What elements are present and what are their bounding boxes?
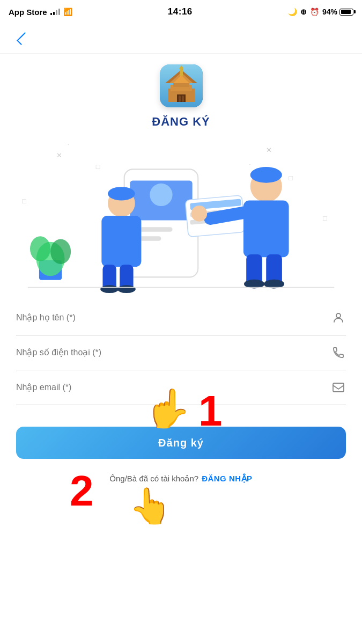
email-icon bbox=[331, 380, 346, 395]
status-time: 14:16 bbox=[168, 6, 193, 17]
svg-point-48 bbox=[50, 239, 71, 265]
svg-point-43 bbox=[100, 285, 119, 293]
svg-point-50 bbox=[336, 313, 341, 318]
battery-container: 94% bbox=[322, 8, 353, 16]
wifi-icon: 📶 bbox=[63, 8, 72, 16]
svg-point-33 bbox=[191, 206, 208, 222]
svg-rect-51 bbox=[333, 383, 344, 392]
bottom-section: Ông/Bà đã có tài khoản? ĐĂNG NHẬP 2 👆 bbox=[0, 467, 362, 510]
fullname-input[interactable] bbox=[16, 313, 331, 323]
location-icon: ⊕ bbox=[300, 8, 307, 16]
svg-point-39 bbox=[108, 187, 135, 200]
svg-point-44 bbox=[117, 285, 136, 293]
page-title: ĐĂNG KÝ bbox=[152, 115, 210, 129]
svg-point-30 bbox=[250, 167, 282, 183]
svg-text:·: · bbox=[68, 141, 69, 148]
register-button[interactable]: Đăng ký bbox=[16, 427, 346, 459]
registration-illustration: ✕ ✕ □ □ □ □ · · bbox=[11, 134, 351, 295]
svg-rect-11 bbox=[182, 96, 184, 102]
cursor-hand-2: 👆 bbox=[129, 486, 172, 526]
moon-icon: 🌙 bbox=[288, 8, 297, 16]
app-icon bbox=[160, 64, 203, 107]
battery-icon bbox=[339, 9, 353, 16]
illustration-area: ✕ ✕ □ □ □ □ · · bbox=[0, 134, 362, 295]
battery-percent: 94% bbox=[322, 8, 337, 16]
phone-icon bbox=[331, 345, 346, 360]
nav-bar bbox=[0, 24, 362, 54]
status-right: 🌙 ⊕ ⏰ 94% bbox=[288, 8, 353, 16]
svg-text:✕: ✕ bbox=[266, 147, 272, 154]
person-icon bbox=[331, 310, 346, 325]
phone-field bbox=[16, 335, 346, 370]
login-prompt-text: Ông/Bà đã có tài khoản? bbox=[109, 474, 198, 484]
app-icon-svg bbox=[160, 64, 203, 107]
back-button[interactable] bbox=[11, 28, 32, 49]
svg-point-22 bbox=[150, 184, 172, 206]
carrier-text: App Store bbox=[9, 8, 47, 17]
annotation-number-2: 2 bbox=[70, 466, 94, 516]
illustration-section: ✕ ✕ □ □ □ □ · · bbox=[0, 134, 362, 295]
svg-rect-10 bbox=[179, 96, 181, 102]
status-left: App Store 📶 bbox=[9, 8, 72, 17]
annotation-number-1: 1 bbox=[198, 386, 223, 436]
cursor-hand-1: 👆 bbox=[145, 386, 191, 430]
svg-rect-40 bbox=[101, 216, 141, 267]
signal-icon bbox=[50, 9, 60, 15]
svg-text:□: □ bbox=[96, 163, 100, 171]
login-link[interactable]: ĐĂNG NHẬP bbox=[202, 474, 253, 484]
svg-rect-9 bbox=[177, 94, 186, 102]
back-chevron-icon bbox=[17, 32, 29, 45]
svg-text:□: □ bbox=[289, 175, 293, 182]
svg-text:□: □ bbox=[22, 197, 26, 205]
svg-text:·: · bbox=[249, 161, 250, 167]
fullname-field bbox=[16, 301, 346, 335]
svg-text:□: □ bbox=[323, 215, 327, 222]
alarm-icon: ⏰ bbox=[310, 8, 319, 16]
status-bar: App Store 📶 14:16 🌙 ⊕ ⏰ 94% bbox=[0, 0, 362, 24]
svg-text:✕: ✕ bbox=[56, 152, 62, 159]
phone-input[interactable] bbox=[16, 348, 331, 357]
app-icon-area: ĐĂNG KÝ bbox=[0, 54, 362, 134]
svg-point-47 bbox=[30, 236, 50, 261]
